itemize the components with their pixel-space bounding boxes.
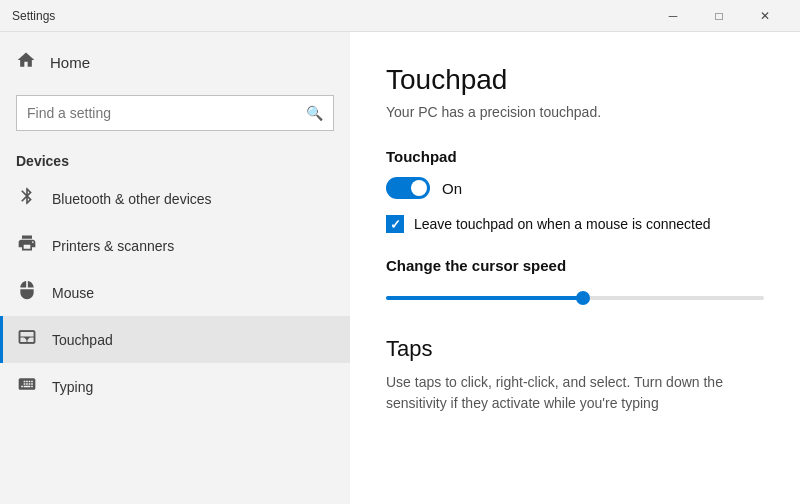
sidebar-item-printers-label: Printers & scanners xyxy=(52,238,174,254)
taps-description: Use taps to click, right-click, and sele… xyxy=(386,372,764,414)
close-button[interactable]: ✕ xyxy=(742,0,788,32)
sidebar-item-typing-label: Typing xyxy=(52,379,93,395)
touchpad-icon xyxy=(16,327,38,352)
slider-label: Change the cursor speed xyxy=(386,257,764,274)
leave-touchpad-checkbox-row: ✓ Leave touchpad on when a mouse is conn… xyxy=(386,215,764,233)
checkmark-icon: ✓ xyxy=(390,218,401,231)
search-input[interactable] xyxy=(27,105,306,121)
printer-icon xyxy=(16,233,38,258)
search-icon: 🔍 xyxy=(306,105,323,121)
sidebar-item-bluetooth[interactable]: Bluetooth & other devices xyxy=(0,175,350,222)
sidebar-item-touchpad[interactable]: Touchpad xyxy=(0,316,350,363)
maximize-button[interactable]: □ xyxy=(696,0,742,32)
cursor-speed-slider[interactable] xyxy=(386,288,764,308)
sidebar: Home 🔍 Devices Bluetooth & other devices xyxy=(0,32,350,504)
sidebar-item-bluetooth-label: Bluetooth & other devices xyxy=(52,191,212,207)
touchpad-toggle[interactable] xyxy=(386,177,430,199)
page-subtitle: Your PC has a precision touchpad. xyxy=(386,104,764,120)
window-controls: ─ □ ✕ xyxy=(650,0,788,32)
sidebar-item-printers[interactable]: Printers & scanners xyxy=(0,222,350,269)
toggle-label: On xyxy=(442,180,462,197)
sidebar-item-mouse[interactable]: Mouse xyxy=(0,269,350,316)
keyboard-icon xyxy=(16,374,38,399)
minimize-button[interactable]: ─ xyxy=(650,0,696,32)
slider-thumb[interactable] xyxy=(576,291,590,305)
slider-fill xyxy=(386,296,583,300)
sidebar-section-title: Devices xyxy=(0,141,350,175)
touchpad-toggle-row: On xyxy=(386,177,764,199)
search-box[interactable]: 🔍 xyxy=(16,95,334,131)
bluetooth-icon xyxy=(16,186,38,211)
toggle-thumb xyxy=(411,180,427,196)
content-area: Touchpad Your PC has a precision touchpa… xyxy=(350,32,800,504)
mouse-icon xyxy=(16,280,38,305)
page-title: Touchpad xyxy=(386,64,764,96)
sidebar-item-touchpad-label: Touchpad xyxy=(52,332,113,348)
touchpad-section-label: Touchpad xyxy=(386,148,764,165)
home-label: Home xyxy=(50,54,90,71)
app-title: Settings xyxy=(12,9,55,23)
sidebar-item-mouse-label: Mouse xyxy=(52,285,94,301)
home-icon xyxy=(16,50,36,75)
taps-section-title: Taps xyxy=(386,336,764,362)
sidebar-item-typing[interactable]: Typing xyxy=(0,363,350,410)
sidebar-item-home[interactable]: Home xyxy=(0,40,350,85)
title-bar: Settings ─ □ ✕ xyxy=(0,0,800,32)
leave-touchpad-checkbox[interactable]: ✓ xyxy=(386,215,404,233)
leave-touchpad-label: Leave touchpad on when a mouse is connec… xyxy=(414,216,711,232)
app-body: Home 🔍 Devices Bluetooth & other devices xyxy=(0,32,800,504)
